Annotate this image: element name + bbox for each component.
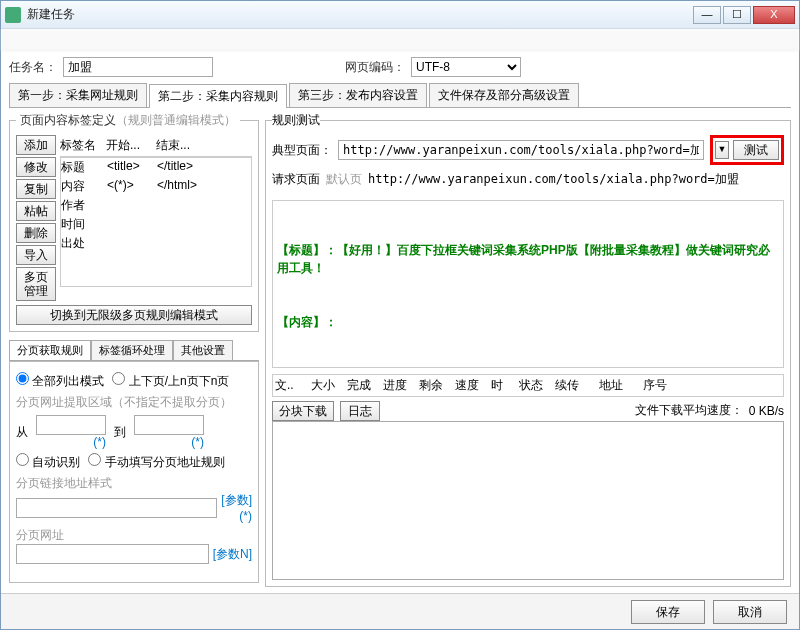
browser-toolbar-blur [1,29,799,51]
from-label: 从 [16,424,28,441]
table-row: 内容<(*)></html> [61,177,251,196]
table-row: 出处 [61,234,251,253]
radio-all-list[interactable]: 全部列出模式 [16,372,104,390]
wildcard-link[interactable]: (*) [134,435,204,449]
tab-log[interactable]: 日志 [340,401,380,421]
page-url-input [16,544,209,564]
to-input[interactable] [134,415,204,435]
cancel-button[interactable]: 取消 [713,600,787,624]
col-tagname: 标签名 [60,137,106,154]
multipage-button[interactable]: 多页 管理 [16,267,56,301]
request-url-text: http://www.yaranpeixun.com/tools/xiala.p… [368,171,739,188]
tab-chunk-download[interactable]: 分块下载 [272,401,334,421]
table-row: 时间 [61,215,251,234]
speed-value: 0 KB/s [749,404,784,418]
radio-prev-next[interactable]: 上下页/上n页下n页 [112,372,229,390]
col-end: 结束... [156,137,206,154]
maximize-button[interactable]: ☐ [723,6,751,24]
tab-step-1[interactable]: 第一步：采集网址规则 [9,83,147,107]
delete-button[interactable]: 删除 [16,223,56,243]
tag-define-hint: （规则普通编辑模式） [116,113,236,127]
test-button[interactable]: 测试 [733,140,779,160]
task-name-input[interactable] [63,57,213,77]
tab-step-4[interactable]: 文件保存及部分高级设置 [429,83,579,107]
table-row: 标题<title></title> [61,158,251,177]
paste-button[interactable]: 粘帖 [16,201,56,221]
import-button[interactable]: 导入 [16,245,56,265]
wildcard-link[interactable]: (*) [36,435,106,449]
typical-url-input[interactable] [338,140,704,160]
add-button[interactable]: 添加 [16,135,56,155]
subtab-loop[interactable]: 标签循环处理 [91,340,173,360]
rule-test-title: 规则测试 [272,112,320,129]
step-tabs: 第一步：采集网址规则 第二步：采集内容规则 第三步：发布内容设置 文件保存及部分… [9,83,791,108]
tag-table[interactable]: 标题<title></title> 内容<(*)></html> 作者 时间 出… [60,157,252,287]
app-icon [5,7,21,23]
link-style-input [16,498,217,518]
minimize-button[interactable]: — [693,6,721,24]
encoding-select[interactable]: UTF-8 [411,57,521,77]
tab-step-2[interactable]: 第二步：采集内容规则 [149,84,287,108]
close-button[interactable]: X [753,6,795,24]
col-start: 开始... [106,137,156,154]
paramN-link[interactable]: [参数N] [213,546,252,563]
typical-page-label: 典型页面： [272,142,332,159]
from-input[interactable] [36,415,106,435]
radio-manual[interactable]: 手动填写分页地址规则 [88,453,224,471]
edit-button[interactable]: 修改 [16,157,56,177]
rule-test-fieldset: 规则测试 典型页面： ▼ 测试 请求页面 默认页 http://www.yara… [265,112,791,587]
request-page-label: 请求页面 [272,171,320,188]
param-link[interactable]: [参数] [221,493,252,507]
speed-label: 文件下载平均速度： [635,402,743,419]
download-columns: 文..大小完成进度剩余速度时状态续传地址序号 [272,374,784,397]
tag-define-title: 页面内容标签定义 [20,113,116,127]
radio-auto-detect[interactable]: 自动识别 [16,453,80,471]
encoding-label: 网页编码： [345,59,405,76]
download-progress [272,421,784,581]
subtab-pagination[interactable]: 分页获取规则 [9,340,91,360]
test-highlight: ▼ 测试 [710,135,784,165]
link-style-label: 分页链接地址样式 [16,475,252,492]
titlebar: 新建任务 — ☐ X [1,1,799,29]
extract-label: 分页网址提取区域（不指定不提取分页） [16,394,252,411]
wildcard-link[interactable]: (*) [239,509,252,523]
switch-mode-button[interactable]: 切换到无限级多页规则编辑模式 [16,305,252,325]
window-title: 新建任务 [27,6,693,23]
subtab-other[interactable]: 其他设置 [173,340,233,360]
to-label: 到 [114,424,126,441]
tag-define-fieldset: 页面内容标签定义（规则普通编辑模式） 添加 修改 复制 粘帖 删除 导入 多页 … [9,112,259,332]
tab-step-3[interactable]: 第三步：发布内容设置 [289,83,427,107]
page-url-label: 分页网址 [16,527,252,544]
url-dropdown-arrow[interactable]: ▼ [715,141,729,159]
table-row: 作者 [61,196,251,215]
copy-button[interactable]: 复制 [16,179,56,199]
task-name-label: 任务名： [9,59,57,76]
save-button[interactable]: 保存 [631,600,705,624]
source-preview[interactable]: 【标题】：【好用！】百度下拉框关键词采集系统PHP版【附批量采集教程】做关键词研… [272,200,784,368]
default-page-label: 默认页 [326,171,362,188]
